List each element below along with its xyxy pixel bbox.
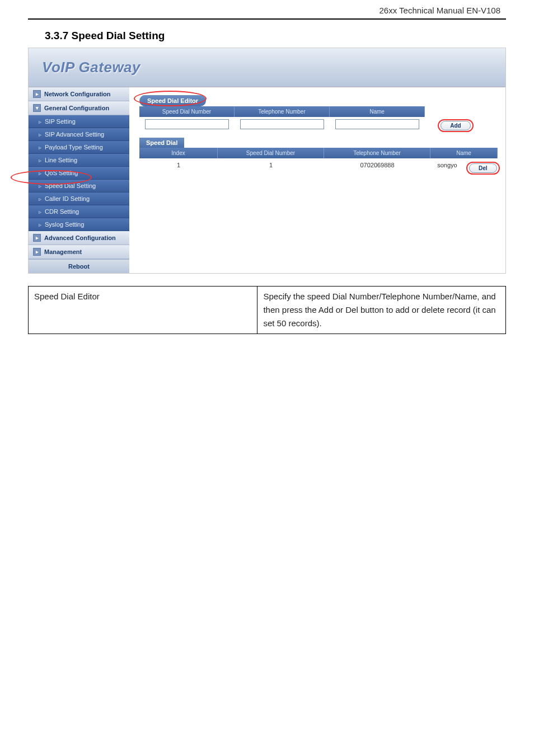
table-row: 1 1 0702069888 songyo Del [139,158,498,178]
nav-reboot[interactable]: Reboot [29,259,129,273]
name-input[interactable] [335,119,419,129]
editor-input-cell [330,117,425,134]
chevron-right-icon: ▹ [39,157,41,163]
dial-header-index: Index [139,148,218,158]
sidebar-item-label: Payload Type Setting [45,144,103,151]
nav-management[interactable]: ▸ Management [29,245,129,259]
sidebar-item-line-setting[interactable]: ▹ Line Setting [29,154,129,167]
editor-header-row: Speed Dial Number Telephone Number Name [139,106,498,117]
chevron-right-icon: ▹ [39,183,41,189]
sidebar-item-caller-id[interactable]: ▹ Caller ID Setting [29,192,129,205]
sidebar-item-speed-dial-setting[interactable]: ▹ Speed Dial Setting [29,180,129,192]
sidebar-item-cdr-setting[interactable]: ▹ CDR Setting [29,205,129,218]
nav-advanced-configuration[interactable]: ▸ Advanced Configuration [29,231,129,245]
telephone-number-input[interactable] [240,119,324,129]
editor-btn-cell: Add [425,117,486,134]
editor-header-telephone-number: Telephone Number [235,106,330,117]
sidebar-item-syslog[interactable]: ▹ Syslog Setting [29,218,129,231]
banner-title: VoIP Gateway [42,59,140,76]
nav-label: Advanced Configuration [44,234,116,241]
cell-name: songyo [430,158,464,178]
sidebar-item-label: Speed Dial Setting [45,182,96,189]
add-button[interactable]: Add [441,121,470,130]
app-window: VoIP Gateway ▸ Network Configuration ▾ G… [28,48,506,274]
chevron-right-icon: ▹ [39,144,41,151]
sidebar-item-label: CDR Setting [45,208,79,215]
editor-header-name: Name [330,106,425,117]
sidebar-item-label: QoS Setting [45,170,78,176]
dial-header-telephone-number: Telephone Number [324,148,430,158]
app-banner: VoIP Gateway [29,48,505,87]
chevron-right-icon: ▹ [39,119,41,125]
cell-speed-dial: 1 [218,158,324,178]
chevron-right-icon: ▹ [39,132,41,138]
editor-input-row: Add [139,117,498,134]
sidebar-item-label: Syslog Setting [45,221,84,228]
speed-dial-editor-tab: Speed Dial Editor [139,95,206,106]
sidebar-item-label: Caller ID Setting [45,195,90,202]
reboot-label: Reboot [68,263,90,270]
speed-dial-number-input[interactable] [145,119,229,129]
desc-left-cell: Speed Dial Editor [29,287,257,334]
chevron-right-icon: ▹ [39,222,41,228]
nav-general-configuration[interactable]: ▾ General Configuration [29,101,129,115]
chevron-right-icon: ▹ [39,170,41,176]
header-divider [28,18,506,20]
editor-input-cell [235,117,330,134]
sidebar-item-label: SIP Setting [45,118,76,125]
nav-label: General Configuration [44,105,109,111]
annotation-circle: Del [466,162,500,175]
description-table: Speed Dial Editor Specify the speed Dial… [28,286,506,334]
sidebar: ▸ Network Configuration ▾ General Config… [29,87,129,273]
sidebar-item-sip-setting[interactable]: ▹ SIP Setting [29,115,129,128]
content-pane: Speed Dial Editor Speed Dial Number Tele… [129,87,505,273]
desc-right-cell: Specify the speed Dial Number/Telephone … [257,287,506,334]
app-body: ▸ Network Configuration ▾ General Config… [29,87,505,273]
cell-index: 1 [139,158,218,178]
chevron-right-icon: ▹ [39,209,41,215]
editor-input-cell [139,117,235,134]
dial-table-header: Index Speed Dial Number Telephone Number… [139,148,498,158]
dial-header-speed-dial-number: Speed Dial Number [218,148,324,158]
section-title: 3.3.7 Speed Dial Setting [0,30,534,48]
doc-header: 26xx Technical Manual EN-V108 [0,0,534,18]
annotation-circle: Add [438,119,473,132]
expand-icon: ▸ [33,90,41,98]
expand-icon: ▸ [33,234,41,242]
sidebar-item-label: SIP Advanced Setting [45,131,104,138]
cell-telephone: 0702069888 [324,158,430,178]
expand-icon: ▾ [33,104,41,112]
table-row: Speed Dial Editor Specify the speed Dial… [29,287,506,334]
editor-header-speed-dial-number: Speed Dial Number [139,106,235,117]
chevron-right-icon: ▹ [39,196,41,202]
sidebar-item-label: Line Setting [45,157,77,163]
nav-label: Network Configuration [44,91,111,97]
sidebar-item-sip-advanced[interactable]: ▹ SIP Advanced Setting [29,128,129,141]
cell-del: Del [464,158,498,178]
nav-label: Management [44,248,82,255]
sidebar-item-payload-type[interactable]: ▹ Payload Type Setting [29,141,129,154]
expand-icon: ▸ [33,248,41,256]
speed-dial-tab: Speed Dial [139,138,184,148]
sidebar-item-qos-setting[interactable]: ▹ QoS Setting [29,167,129,180]
nav-network-configuration[interactable]: ▸ Network Configuration [29,87,129,101]
del-button[interactable]: Del [469,163,497,173]
dial-header-name: Name [430,148,498,158]
